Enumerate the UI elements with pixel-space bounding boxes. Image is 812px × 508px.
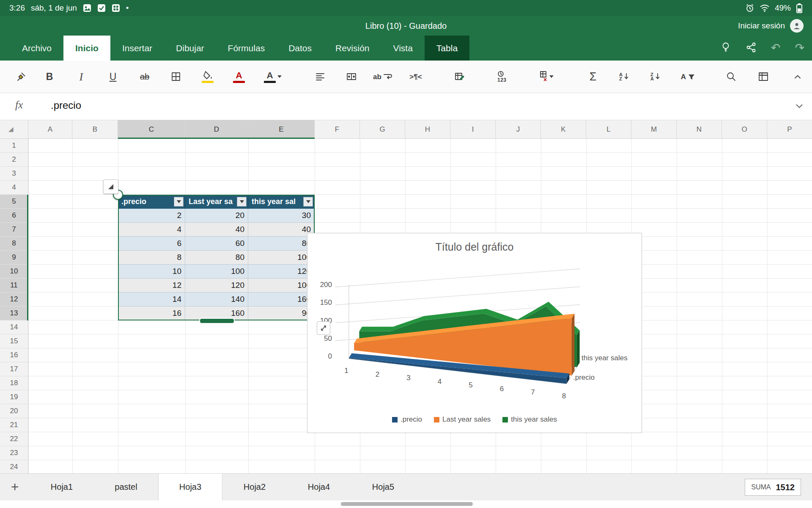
cell-styles-icon[interactable] [446,61,473,93]
align-icon[interactable] [307,61,334,93]
search-icon[interactable] [718,61,745,93]
row-header-1[interactable]: 1 [0,139,28,153]
italic-button[interactable]: I [68,61,95,93]
ribbon-tab-datos[interactable]: Datos [277,36,324,61]
column-header-M[interactable]: M [631,120,677,139]
chart-object[interactable]: 05010015020012345678 Título del gráfico … [307,233,642,433]
row-header-4[interactable]: 4 [0,181,28,195]
row-header-13[interactable]: 13 [0,306,28,320]
table-cell[interactable]: 60 [185,237,248,251]
filter-dropdown-button[interactable] [303,197,313,207]
number-format-icon[interactable]: 123 [488,61,516,93]
sheet-tab-hoja5[interactable]: Hoja5 [351,474,415,500]
row-header-14[interactable]: 14 [0,320,28,334]
row-header-12[interactable]: 12 [0,293,28,306]
column-header-D[interactable]: D [185,120,248,139]
filter-dropdown-button[interactable] [237,197,247,207]
column-header-E[interactable]: E [248,120,315,139]
sign-in-link[interactable]: Iniciar sesión [738,21,785,30]
expand-formula-bar-icon[interactable] [794,102,804,112]
format-painter-icon[interactable] [8,61,35,93]
table-cell[interactable]: 100 [248,251,315,265]
ribbon-tab-tabla[interactable]: Tabla [425,36,469,61]
table-cell[interactable]: 10 [118,265,185,279]
sheet-tab-hoja2[interactable]: Hoja2 [222,474,287,500]
table-cell[interactable]: 16 [118,306,185,320]
merge-cells-icon[interactable] [338,61,365,93]
row-header-19[interactable]: 19 [0,390,28,404]
selection-fill-handle[interactable] [199,318,235,324]
table-cell[interactable]: 90 [248,306,315,320]
fill-color-icon[interactable] [194,61,221,93]
table-cell[interactable]: 12 [118,279,185,293]
share-icon[interactable] [746,42,757,55]
row-header-11[interactable]: 11 [0,279,28,293]
column-header-L[interactable]: L [586,120,631,139]
column-header-H[interactable]: H [405,120,450,139]
chart-resize-handle[interactable] [317,321,330,335]
excel-table[interactable]: .precioLast year sathis year sal22030440… [118,195,315,320]
ribbon-tab-archivo[interactable]: Archivo [10,36,63,61]
status-summary[interactable]: SUMA 1512 [745,479,801,496]
column-header-C[interactable]: C [118,120,185,139]
row-header-7[interactable]: 7 [0,223,28,237]
column-header-K[interactable]: K [541,120,586,139]
sheet-tab-hoja3[interactable]: Hoja3 [158,474,222,500]
wrap-text-icon[interactable]: ab [370,61,397,93]
ribbon-tab-dibujar[interactable]: Dibujar [164,36,216,61]
ribbon-tab-revisión[interactable]: Revisión [324,36,381,61]
collapse-ribbon-icon[interactable] [784,61,811,93]
sheet-tab-hoja1[interactable]: Hoja1 [30,474,94,500]
column-header-F[interactable]: F [315,120,360,139]
row-header-23[interactable]: 23 [0,446,28,460]
ribbon-tab-vista[interactable]: Vista [381,36,425,61]
row-header-2[interactable]: 2 [0,153,28,167]
sheet-tab-pastel[interactable]: pastel [94,474,158,500]
table-cell[interactable]: 100 [248,279,315,293]
table-cell[interactable]: 2 [118,209,185,223]
column-header-O[interactable]: O [722,120,767,139]
table-quick-action-button[interactable] [103,179,118,194]
formula-bar[interactable]: fx .precio [0,93,812,120]
row-header-17[interactable]: 17 [0,362,28,376]
bold-button[interactable]: B [36,61,63,93]
row-header-22[interactable]: 22 [0,432,28,446]
row-header-3[interactable]: 3 [0,167,28,181]
row-header-5[interactable]: 5 [0,195,28,209]
column-header-N[interactable]: N [677,120,722,139]
add-sheet-button[interactable]: + [0,474,30,500]
row-header-8[interactable]: 8 [0,237,28,251]
column-header-G[interactable]: G [360,120,405,139]
tips-lightbulb-icon[interactable] [720,41,731,55]
table-cell[interactable]: 4 [118,223,185,237]
horizontal-scrollbar[interactable] [341,502,473,506]
row-header-20[interactable]: 20 [0,404,28,418]
redo-icon[interactable]: ↷ [795,42,804,54]
table-cell[interactable]: 80 [248,237,315,251]
ribbon-tab-insertar[interactable]: Insertar [110,36,164,61]
font-color-red-icon[interactable]: A [225,61,252,93]
row-header-15[interactable]: 15 [0,334,28,348]
column-header-J[interactable]: J [496,120,541,139]
table-cell[interactable]: 20 [185,209,248,223]
sort-descending-icon[interactable]: ZA [642,61,669,93]
row-header-10[interactable]: 10 [0,265,28,279]
row-header-6[interactable]: 6 [0,209,28,223]
row-header-18[interactable]: 18 [0,376,28,390]
account-avatar[interactable] [790,19,804,33]
strikethrough-button[interactable]: ab [131,61,158,93]
freeze-panes-icon[interactable] [750,61,777,93]
table-cell[interactable]: 6 [118,237,185,251]
table-cell[interactable]: 120 [248,265,315,279]
row-header-24[interactable]: 24 [0,460,28,474]
filter-dropdown-button[interactable] [174,197,184,207]
row-header-16[interactable]: 16 [0,348,28,362]
ribbon-tab-fórmulas[interactable]: Fórmulas [216,36,277,61]
table-cell[interactable]: 40 [248,223,315,237]
row-header-9[interactable]: 9 [0,251,28,265]
delete-cells-icon[interactable]: × [533,61,560,93]
column-header-P[interactable]: P [767,120,812,139]
table-cell[interactable]: 100 [185,265,248,279]
column-header-A[interactable]: A [28,120,72,139]
font-color-icon[interactable]: A [259,61,286,93]
